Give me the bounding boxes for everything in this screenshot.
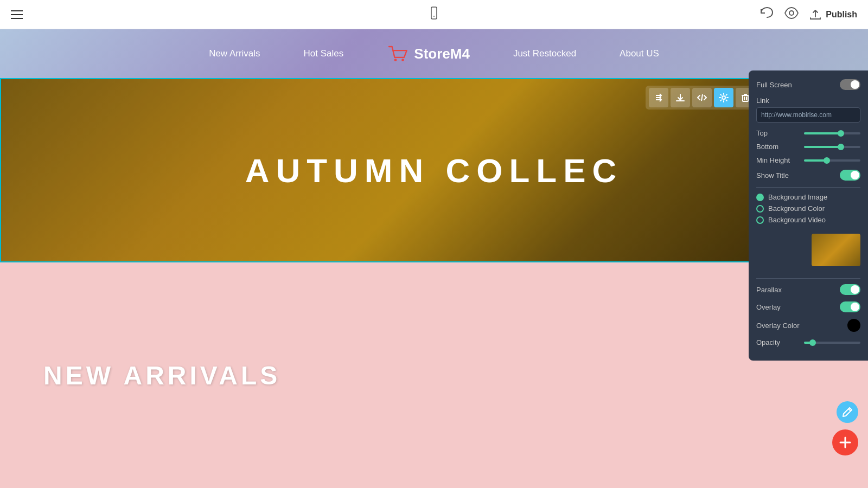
link-input[interactable] [756, 107, 860, 123]
code-icon[interactable] [692, 88, 712, 107]
bg-color-radio[interactable] [756, 205, 764, 213]
hero-section: AUTUMN COLLEC [0, 78, 868, 262]
nav-link-just-restocked[interactable]: Just Restocked [513, 48, 576, 59]
show-title-row: Show Title [756, 170, 860, 181]
top-bar: Publish [0, 0, 868, 29]
opacity-label: Opacity [756, 338, 800, 346]
svg-rect-11 [743, 95, 748, 101]
preview-icon[interactable] [784, 7, 799, 22]
nav-link-about-us[interactable]: About US [620, 48, 659, 59]
parallax-row: Parallax [756, 284, 860, 295]
background-options: Background Image Background Color Backgr… [756, 193, 860, 224]
settings-icon[interactable] [714, 88, 733, 107]
svg-point-2 [789, 11, 794, 15]
min-height-slider-thumb[interactable] [824, 157, 830, 164]
download-icon[interactable] [671, 88, 690, 107]
overlay-color-label: Overlay Color [756, 322, 799, 330]
opacity-slider-track[interactable] [804, 342, 860, 344]
overlay-row: Overlay [756, 301, 860, 312]
divider-1 [756, 187, 860, 188]
fab-edit-button[interactable] [837, 401, 858, 423]
bg-image-thumbnail[interactable] [812, 234, 860, 266]
divider-2 [756, 278, 860, 279]
bg-image-row[interactable]: Background Image [756, 193, 860, 201]
bg-color-label: Background Color [768, 204, 825, 213]
nav-logo-text: StoreM4 [414, 46, 470, 62]
top-slider-track[interactable] [804, 132, 860, 134]
overlay-label: Overlay [756, 303, 781, 311]
bottom-slider-fill [804, 146, 841, 148]
overlay-color-row: Overlay Color [756, 319, 860, 332]
fab-add-button[interactable] [832, 429, 858, 455]
thumbnail-container [756, 229, 860, 273]
svg-point-4 [401, 59, 404, 61]
min-height-slider-track[interactable] [804, 159, 860, 162]
lower-section: NEW ARRIVALS [0, 262, 868, 488]
top-label: Top [756, 129, 800, 137]
bottom-slider-thumb[interactable] [838, 144, 844, 150]
min-height-slider-row: Min Height [756, 156, 860, 164]
link-label: Link [756, 97, 860, 105]
show-title-label: Show Title [756, 171, 789, 179]
sort-icon[interactable] [649, 88, 668, 107]
link-section: Link [756, 97, 860, 129]
nav-bar: New Arrivals Hot Sales StoreM4 Just Rest… [0, 29, 868, 78]
top-slider-thumb[interactable] [838, 130, 844, 137]
svg-line-9 [701, 94, 703, 101]
bottom-slider-row: Bottom [756, 143, 860, 151]
nav-link-hot-sales[interactable]: Hot Sales [304, 48, 344, 59]
bg-image-label: Background Image [768, 193, 827, 201]
parallax-toggle[interactable] [840, 284, 860, 295]
svg-point-3 [394, 59, 397, 61]
bg-video-label: Background Video [768, 216, 826, 224]
publish-label: Publish [826, 10, 857, 20]
nav-link-new-arrivals[interactable]: New Arrivals [209, 48, 260, 59]
nav-logo: StoreM4 [387, 44, 470, 63]
bg-video-row[interactable]: Background Video [756, 216, 860, 224]
undo-icon[interactable] [760, 7, 774, 22]
full-screen-toggle[interactable] [840, 79, 860, 90]
bottom-label: Bottom [756, 143, 800, 151]
top-bar-center [427, 7, 441, 23]
opacity-slider-row: Opacity [756, 338, 860, 346]
full-screen-label: Full Screen [756, 81, 792, 89]
bg-image-radio[interactable] [756, 194, 764, 201]
publish-button[interactable]: Publish [809, 9, 857, 20]
bottom-slider-track[interactable] [804, 146, 860, 148]
hero-text: AUTUMN COLLEC [245, 151, 623, 190]
full-screen-row: Full Screen [756, 79, 860, 90]
bg-color-row[interactable]: Background Color [756, 204, 860, 213]
hero-toolbar [646, 86, 758, 110]
svg-rect-0 [431, 7, 437, 19]
overlay-toggle[interactable] [840, 301, 860, 312]
hamburger-menu[interactable] [11, 10, 23, 19]
overlay-color-swatch[interactable] [847, 319, 860, 332]
lower-text: NEW ARRIVALS [0, 361, 280, 390]
settings-panel: Full Screen Link Top Bottom Min Height S… [749, 70, 868, 361]
show-title-toggle[interactable] [840, 170, 860, 181]
opacity-slider-thumb[interactable] [809, 339, 816, 346]
top-slider-row: Top [756, 129, 860, 137]
phone-icon[interactable] [427, 7, 441, 23]
top-bar-left [11, 10, 23, 19]
min-height-label: Min Height [756, 156, 800, 164]
top-bar-right: Publish [760, 7, 857, 22]
parallax-label: Parallax [756, 286, 782, 294]
top-slider-fill [804, 132, 841, 134]
bg-video-radio[interactable] [756, 216, 764, 224]
svg-point-10 [722, 96, 725, 99]
